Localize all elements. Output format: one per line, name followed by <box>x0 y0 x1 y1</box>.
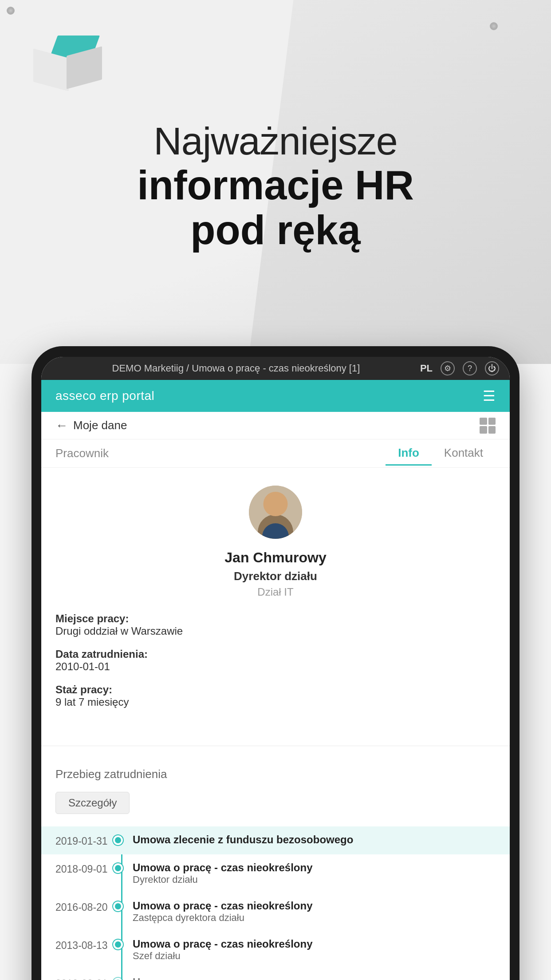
page-header: ← Moje dane <box>41 412 510 439</box>
timeline-item[interactable]: 2010-08-01 Umowa o pracę ... <box>55 969 496 980</box>
timeline-dot <box>113 863 123 873</box>
profile-dept: Dział IT <box>257 586 293 598</box>
hire-date-label: Data zatrudnienia: <box>55 648 496 660</box>
avatar <box>249 486 302 539</box>
timeline-title: Umowa o pracę - czas nieokreślony <box>133 900 496 912</box>
gear-icon[interactable]: ⚙ <box>441 361 455 375</box>
logo-block <box>27 27 124 107</box>
breadcrumb-text: DEMO Marketiig / Umowa o pracę - czas ni… <box>52 363 420 374</box>
tab-kontakt[interactable]: Kontakt <box>432 442 496 466</box>
timeline-date: 2018-09-01 <box>55 861 113 875</box>
timeline-content: Umowa o pracę - czas nieokreślony Zastęp… <box>133 900 496 924</box>
grid-dot <box>488 418 496 425</box>
timeline-content: Umowa o pracę ... <box>133 976 496 980</box>
tab-info[interactable]: Info <box>386 442 432 466</box>
lang-button[interactable]: PL <box>420 363 433 374</box>
tenure-value: 9 lat 7 miesięcy <box>55 696 496 708</box>
back-arrow-icon: ← <box>55 419 68 433</box>
timeline-title: Umowa zlecenie z funduszu bezosobowego <box>133 834 496 846</box>
timeline-item[interactable]: 2018-09-01 Umowa o pracę - czas nieokreś… <box>55 854 496 893</box>
timeline-item[interactable]: 2016-08-20 Umowa o pracę - czas nieokreś… <box>55 893 496 931</box>
help-icon[interactable]: ? <box>463 361 477 375</box>
hamburger-menu-icon[interactable]: ☰ <box>483 389 496 403</box>
worker-tabs-row: Pracownik Info Kontakt <box>41 439 510 468</box>
profile-section: Jan Chmurowy Dyrektor działu Dział IT Mi… <box>41 468 510 742</box>
hero-line1: Najważniejsze <box>35 120 516 163</box>
hero-line3: pod ręką <box>35 208 516 253</box>
timeline-dot <box>113 901 123 911</box>
employment-section: Przebieg zatrudnienia Szczegóły 2019-01-… <box>41 753 510 980</box>
back-button[interactable]: ← Moje dane <box>55 419 127 433</box>
app-logo: asseco erp portal <box>55 389 154 403</box>
hire-date-value: 2010-01-01 <box>55 660 496 673</box>
timeline-item[interactable]: 2013-08-13 Umowa o pracę - czas nieokreś… <box>55 931 496 969</box>
top-icons: PL ⚙ ? ⏻ <box>420 361 499 375</box>
screw-decoration-left <box>7 7 15 15</box>
workplace-label: Miejsce pracy: <box>55 612 496 625</box>
tablet-wrapper: DEMO Marketiig / Umowa o pracę - czas ni… <box>31 346 520 980</box>
info-field-tenure: Staż pracy: 9 lat 7 miesięcy <box>55 684 496 708</box>
timeline-title: Umowa o pracę - czas nieokreślony <box>133 861 496 874</box>
tabs-group: Info Kontakt <box>386 442 496 466</box>
tablet-section: DEMO Marketiig / Umowa o pracę - czas ni… <box>0 364 551 980</box>
grid-dot <box>480 418 487 425</box>
hero-line2: informacje HR <box>35 163 516 208</box>
tablet-outer: DEMO Marketiig / Umowa o pracę - czas ni… <box>31 346 520 980</box>
cube-logo <box>27 27 115 102</box>
timeline-date: 2019-01-31 <box>55 834 113 847</box>
hero-text: Najważniejsze informacje HR pod ręką <box>0 120 551 253</box>
profile-title: Dyrektor działu <box>234 569 317 583</box>
timeline-date: 2013-08-13 <box>55 938 113 952</box>
hero-section: Najważniejsze informacje HR pod ręką <box>0 0 551 364</box>
timeline-dot <box>113 978 123 980</box>
tenure-label: Staż pracy: <box>55 684 496 696</box>
section-divider <box>41 746 510 746</box>
page-title: Moje dane <box>73 419 127 432</box>
tablet-top-bar: DEMO Marketiig / Umowa o pracę - czas ni… <box>41 357 510 380</box>
timeline: 2019-01-31 Umowa zlecenie z funduszu bez… <box>55 826 496 980</box>
timeline-dot <box>113 835 123 845</box>
timeline-subtitle: Zastępca dyrektora działu <box>133 912 496 924</box>
timeline-subtitle: Dyrektor działu <box>133 874 496 885</box>
employment-section-title: Przebieg zatrudnienia <box>55 767 496 781</box>
tablet-inner: DEMO Marketiig / Umowa o pracę - czas ni… <box>41 357 510 980</box>
timeline-title: Umowa o pracę - czas nieokreślony <box>133 938 496 950</box>
timeline-dot <box>113 940 123 949</box>
profile-name: Jan Chmurowy <box>224 549 326 566</box>
info-fields: Miejsce pracy: Drugi oddział w Warszawie… <box>55 612 496 728</box>
grid-view-icon[interactable] <box>480 418 496 434</box>
info-field-hire-date: Data zatrudnienia: 2010-01-01 <box>55 648 496 673</box>
worker-section-label: Pracownik <box>55 447 109 460</box>
timeline-content: Umowa o pracę - czas nieokreślony Szef d… <box>133 938 496 962</box>
grid-dot <box>480 426 487 434</box>
timeline-title: Umowa o pracę ... <box>133 976 496 980</box>
nav-bar: asseco erp portal ☰ <box>41 380 510 412</box>
power-icon[interactable]: ⏻ <box>485 361 499 375</box>
timeline-content: Umowa o pracę - czas nieokreślony Dyrekt… <box>133 861 496 885</box>
timeline-item[interactable]: 2019-01-31 Umowa zlecenie z funduszu bez… <box>41 826 510 854</box>
timeline-date: 2010-08-01 <box>55 976 113 980</box>
workplace-value: Drugi oddział w Warszawie <box>55 625 496 637</box>
info-field-workplace: Miejsce pracy: Drugi oddział w Warszawie <box>55 612 496 637</box>
grid-dot <box>488 426 496 434</box>
filter-details-button[interactable]: Szczegóły <box>55 792 130 814</box>
screw-decoration-right <box>490 22 498 30</box>
timeline-date: 2016-08-20 <box>55 900 113 913</box>
timeline-content: Umowa zlecenie z funduszu bezosobowego <box>133 834 496 846</box>
timeline-subtitle: Szef działu <box>133 950 496 962</box>
